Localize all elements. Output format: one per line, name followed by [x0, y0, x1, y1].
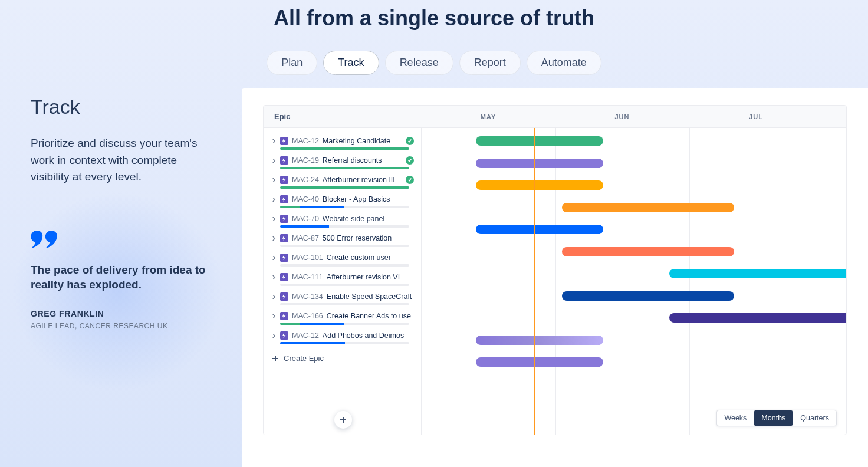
epic-icon — [280, 195, 288, 203]
epic-row[interactable]: MAC-24Afterburner revision III — [269, 173, 415, 185]
zoom-option-months[interactable]: Months — [754, 410, 793, 426]
chevron-right-icon[interactable] — [271, 275, 277, 279]
quote-text: The pace of delivery from idea to realit… — [31, 262, 208, 292]
timeline-bar[interactable] — [669, 313, 846, 323]
quote-mark-icon — [31, 226, 224, 254]
epic-icon — [280, 156, 288, 165]
timeline-bar[interactable] — [562, 291, 734, 301]
section-heading: Track — [31, 96, 224, 119]
chevron-right-icon[interactable] — [271, 159, 277, 163]
epic-progress — [280, 342, 409, 344]
epic-key: MAC-12 — [292, 331, 319, 340]
epic-name: Website side panel — [323, 215, 414, 223]
epic-row[interactable]: MAC-12Marketing Candidate — [269, 134, 415, 146]
chevron-right-icon[interactable] — [271, 256, 277, 260]
done-check-icon — [406, 156, 414, 165]
create-epic-label: Create Epic — [284, 354, 324, 363]
epic-icon — [280, 215, 288, 223]
epic-progress — [280, 167, 409, 169]
epic-progress — [280, 323, 409, 325]
epic-icon — [280, 234, 288, 242]
epic-name: Afterburner revision III — [323, 176, 402, 184]
done-check-icon — [406, 137, 414, 145]
epic-progress — [280, 284, 409, 286]
epic-icon — [280, 292, 288, 301]
timeline-bar[interactable] — [476, 159, 603, 168]
zoom-option-quarters[interactable]: Quarters — [793, 410, 836, 426]
tab-plan[interactable]: Plan — [267, 51, 317, 75]
chevron-right-icon[interactable] — [271, 198, 277, 202]
epic-key: MAC-70 — [292, 215, 319, 223]
zoom-option-weeks[interactable]: Weeks — [717, 410, 754, 426]
epic-key: MAC-24 — [292, 176, 319, 184]
create-epic-button[interactable]: Create Epic — [269, 348, 415, 369]
epic-name: Marketing Candidate — [323, 137, 402, 145]
timeline-bar[interactable] — [476, 136, 603, 146]
timeline-bar[interactable] — [476, 357, 603, 367]
timeline-bar[interactable] — [562, 247, 734, 256]
section-body: Prioritize and discuss your team's work … — [31, 135, 208, 186]
today-marker — [534, 128, 535, 435]
epic-row[interactable]: MAC-101Create custom user — [269, 251, 415, 263]
epic-key: MAC-134 — [292, 292, 323, 301]
timeline-bar[interactable] — [669, 269, 846, 278]
epic-name: Blocker - App Basics — [323, 195, 414, 203]
epic-row[interactable]: MAC-166Create Banner Ads to use — [269, 309, 415, 321]
tabs: PlanTrackReleaseReportAutomate — [0, 51, 868, 75]
gridline — [689, 128, 690, 435]
month-label: JUN — [610, 106, 634, 127]
timeline-bar[interactable] — [476, 180, 603, 190]
month-label: MAY — [476, 106, 500, 127]
epic-progress — [280, 206, 409, 208]
chevron-right-icon[interactable] — [271, 236, 277, 241]
quote-role: AGILE LEAD, CANCER RESEARCH UK — [31, 322, 224, 330]
timeline-bar[interactable] — [562, 203, 734, 212]
epic-row[interactable]: MAC-12Add Phobos and Deimos — [269, 328, 415, 341]
chevron-right-icon[interactable] — [271, 314, 277, 318]
tab-release[interactable]: Release — [385, 51, 453, 75]
epic-name: 500 Error reservation — [323, 234, 414, 242]
epic-progress — [280, 186, 409, 189]
epic-row[interactable]: MAC-19Referral discounts — [269, 153, 415, 166]
page-title: All from a single source of truth — [0, 0, 868, 31]
zoom-selector: WeeksMonthsQuarters — [716, 410, 837, 426]
epic-name: Afterburner revision VI — [327, 273, 414, 281]
epic-key: MAC-101 — [292, 254, 323, 262]
chevron-right-icon[interactable] — [271, 295, 277, 299]
done-check-icon — [406, 176, 414, 184]
epic-key: MAC-166 — [292, 312, 323, 320]
tab-automate[interactable]: Automate — [527, 51, 601, 75]
epic-row[interactable]: MAC-70Website side panel — [269, 212, 415, 224]
timeline-bar[interactable] — [476, 336, 603, 345]
epic-row[interactable]: MAC-134Enable Speed SpaceCraft — [269, 290, 415, 302]
quote-author: GREG FRANKLIN — [31, 309, 224, 318]
timeline-bar[interactable] — [476, 225, 603, 234]
epic-progress — [280, 225, 409, 228]
timeline-header: MAYJUNJUL — [422, 106, 846, 127]
add-button[interactable] — [334, 411, 352, 429]
epic-key: MAC-12 — [292, 137, 319, 145]
epic-icon — [280, 137, 288, 145]
timeline-body[interactable] — [422, 128, 846, 435]
epic-icon — [280, 331, 288, 340]
epic-row[interactable]: MAC-40Blocker - App Basics — [269, 192, 415, 205]
epic-key: MAC-111 — [292, 273, 323, 281]
epic-column-header: Epic — [264, 106, 422, 127]
chevron-right-icon[interactable] — [271, 139, 277, 143]
epic-key: MAC-40 — [292, 195, 319, 203]
epic-row[interactable]: MAC-111Afterburner revision VI — [269, 270, 415, 282]
tab-track[interactable]: Track — [323, 51, 379, 75]
epic-row[interactable]: MAC-87500 Error reservation — [269, 231, 415, 244]
epic-list: MAC-12Marketing CandidateMAC-19Referral … — [264, 128, 422, 435]
epic-name: Referral discounts — [323, 156, 402, 165]
chevron-right-icon[interactable] — [271, 178, 277, 182]
epic-icon — [280, 273, 288, 281]
chevron-right-icon[interactable] — [271, 217, 277, 221]
chevron-right-icon[interactable] — [271, 334, 277, 338]
epic-icon — [280, 312, 288, 320]
month-label: JUL — [744, 106, 768, 127]
gridline — [555, 128, 556, 435]
tab-report[interactable]: Report — [459, 51, 521, 75]
epic-name: Enable Speed SpaceCraft — [327, 292, 414, 301]
epic-name: Add Phobos and Deimos — [323, 331, 414, 340]
